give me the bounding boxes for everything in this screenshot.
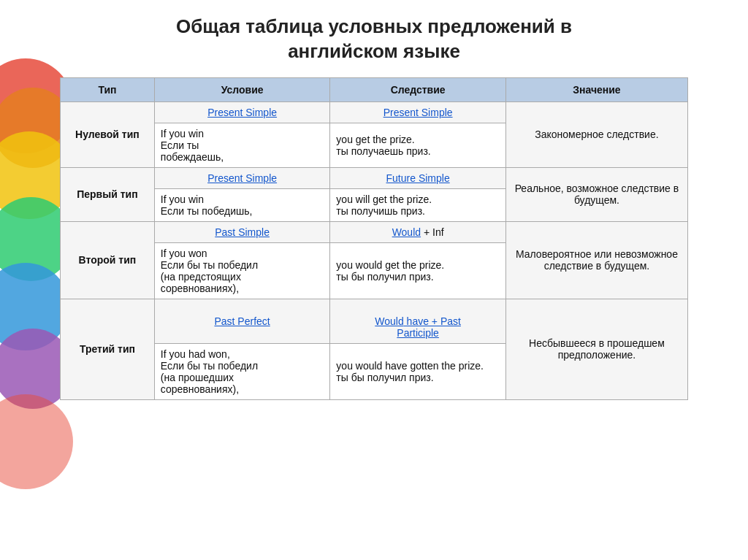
grammar-consequence-second: Would + Inf (330, 221, 506, 242)
header-meaning: Значение (505, 77, 687, 101)
grammar-condition-second: Past Simple (154, 221, 330, 242)
past-perfect-link-third-cond[interactable]: Past Perfect (214, 315, 270, 327)
meaning-first: Реальное, возможное следствие в будущем. (505, 167, 687, 221)
grammar-condition-zero: Present Simple (154, 101, 330, 123)
table-row: Нулевой тип Present Simple Present Simpl… (61, 101, 688, 123)
type-second: Второй тип (61, 221, 155, 299)
consequence-example-first: you will get the prize. ты получишь приз… (330, 188, 506, 221)
condition-example-third: If you had won, Если бы ты победил (на п… (154, 343, 330, 399)
condition-example-second: If you won Если бы ты победил (на предст… (154, 242, 330, 299)
grammar-condition-first: Present Simple (154, 167, 330, 188)
main-table-wrapper: Тип Условие Следствие Значение Нулевой т… (60, 77, 688, 400)
condition-example-zero: If you win Если ты побеждаешь, (154, 123, 330, 167)
header-consequence: Следствие (330, 77, 506, 101)
present-simple-link-zero-cond[interactable]: Present Simple (207, 107, 277, 118)
type-third: Третий тип (61, 299, 155, 399)
would-inf-text: + Inf (421, 226, 444, 238)
table-row: Третий тип Past Perfect Would have + Pas… (61, 299, 688, 343)
table-row: Первый тип Present Simple Future Simple … (61, 167, 688, 188)
consequence-example-zero: you get the prize. ты получаешь приз. (330, 123, 506, 167)
header-condition: Условие (154, 77, 330, 101)
future-simple-link-first-cons[interactable]: Future Simple (386, 172, 450, 184)
header-type: Тип (61, 77, 155, 101)
consequence-example-third: you would have gotten the prize. ты бы п… (330, 343, 506, 399)
grammar-consequence-third: Would have + Past Participle (330, 299, 506, 343)
grammar-consequence-zero: Present Simple (330, 101, 506, 123)
past-simple-link-second-cond[interactable]: Past Simple (215, 226, 270, 238)
type-zero: Нулевой тип (61, 101, 155, 167)
meaning-second: Маловероятное или невозможное следствие … (505, 221, 687, 299)
consequence-example-second: you would get the prize. ты бы получил п… (330, 242, 506, 299)
grammar-consequence-first: Future Simple (330, 167, 506, 188)
meaning-zero: Закономерное следствие. (505, 101, 687, 167)
present-simple-link-zero-cons[interactable]: Present Simple (383, 107, 453, 118)
grammar-condition-third: Past Perfect (154, 299, 330, 343)
type-first: Первый тип (61, 167, 155, 221)
condition-example-first: If you win Если ты победишь, (154, 188, 330, 221)
table-row: Второй тип Past Simple Would + Inf Малов… (61, 221, 688, 242)
page-title: Общая таблица условных предложений в анг… (176, 15, 572, 64)
have-past-participle-link-third[interactable]: have + Past Participle (397, 315, 461, 339)
would-link-second[interactable]: Would (392, 226, 421, 238)
conditional-table: Тип Условие Следствие Значение Нулевой т… (60, 77, 688, 400)
present-simple-link-first-cond[interactable]: Present Simple (207, 172, 277, 184)
would-link-third[interactable]: Would (375, 315, 403, 327)
meaning-third: Несбывшееся в прошедшем предположение. (505, 299, 687, 399)
